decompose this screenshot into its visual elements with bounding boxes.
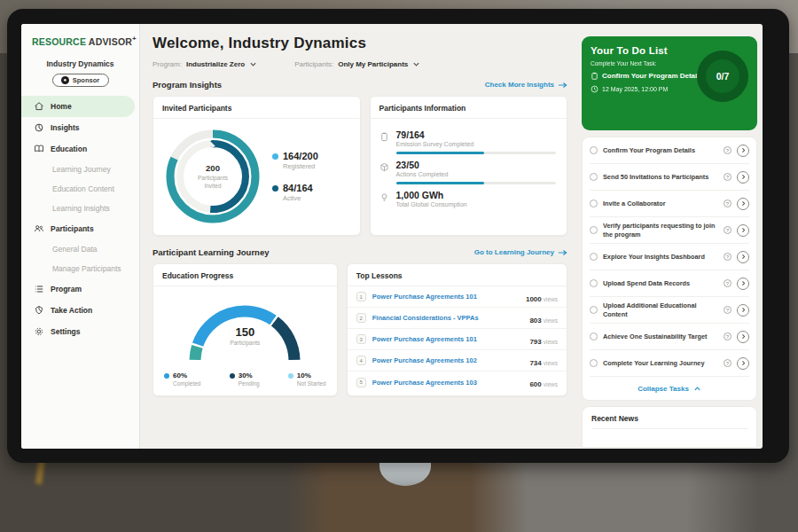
task-chevron-button[interactable] bbox=[737, 171, 749, 184]
task-chevron-button[interactable] bbox=[737, 357, 749, 370]
sidebar-item-label: General Data bbox=[52, 245, 98, 254]
go-to-learning-journey-link[interactable]: Go to Learning Journey bbox=[474, 248, 567, 256]
sidebar-item-education[interactable]: Education bbox=[21, 138, 139, 160]
pending-value: 30% bbox=[239, 372, 260, 379]
top-lessons-card: Top Lessons 1Power Purchase Agreements 1… bbox=[347, 263, 567, 396]
stat-label: Actions Completed bbox=[396, 171, 556, 177]
sidebar-item-take-action[interactable]: Take Action bbox=[21, 300, 139, 321]
check-more-insights-link[interactable]: Check More Insights bbox=[485, 81, 567, 89]
task-label: Upload Spend Data Records bbox=[603, 279, 718, 288]
task-checkbox[interactable] bbox=[590, 226, 598, 234]
task-label: Verify participants requesting to join t… bbox=[603, 222, 718, 239]
participants-dropdown[interactable]: Participants: Only My Participants bbox=[294, 60, 420, 68]
education-gauge-chart: 150 Participants bbox=[174, 292, 316, 366]
task-row-upload-spend-data-records[interactable]: Upload Spend Data Records? bbox=[590, 270, 749, 297]
stat-progress-track bbox=[396, 182, 556, 184]
lesson-row[interactable]: 4Power Purchase Agreements 102734views bbox=[348, 350, 567, 372]
info-icon[interactable]: ? bbox=[724, 200, 732, 207]
task-row-confirm-your-program-details[interactable]: Confirm Your Program Details? bbox=[590, 137, 749, 164]
info-icon[interactable]: ? bbox=[724, 306, 732, 314]
sidebar-item-learning-insights[interactable]: Learning Insights bbox=[21, 199, 139, 218]
task-checkbox[interactable] bbox=[590, 173, 598, 181]
sidebar-item-label: Settings bbox=[51, 327, 81, 336]
sidebar-item-general-data[interactable]: General Data bbox=[21, 239, 139, 259]
sidebar-item-program[interactable]: Program bbox=[21, 278, 139, 300]
lesson-title-link[interactable]: Power Purchase Agreements 103 bbox=[372, 379, 524, 387]
task-row-upload-additional-educational-[interactable]: Upload Additional Educational Content? bbox=[590, 297, 749, 324]
info-icon[interactable]: ? bbox=[724, 146, 732, 154]
lesson-title-link[interactable]: Power Purchase Agreements 101 bbox=[372, 293, 520, 301]
task-checkbox[interactable] bbox=[590, 332, 598, 340]
program-dropdown[interactable]: Program: Industrialize Zero bbox=[153, 60, 257, 68]
sidebar-item-manage-participants[interactable]: Manage Participants bbox=[21, 259, 139, 278]
lesson-title-link[interactable]: Power Purchase Agreements 101 bbox=[372, 335, 524, 343]
task-row-send-50-invitations-to-partici[interactable]: Send 50 Invitations to Participants? bbox=[590, 164, 749, 191]
task-checkbox[interactable] bbox=[590, 306, 598, 314]
task-checkbox[interactable] bbox=[590, 359, 598, 367]
app-logo[interactable]: RESOURCE ADVISOR+ bbox=[21, 31, 139, 49]
task-row-complete-your-learning-journey[interactable]: Complete Your Learning Journey? bbox=[590, 350, 749, 377]
insights-icon bbox=[34, 122, 44, 133]
sidebar-item-label: Education Content bbox=[52, 184, 114, 193]
lesson-row[interactable]: 2Financial Considerations - VPPAs803view… bbox=[348, 308, 567, 329]
stat-main: 79/164Emission Survey Completed bbox=[396, 129, 556, 154]
sidebar-item-insights[interactable]: Insights bbox=[21, 117, 139, 138]
logo-plus: + bbox=[132, 35, 137, 43]
lesson-row[interactable]: 5Power Purchase Agreements 103600views bbox=[348, 372, 567, 393]
collapse-tasks-link[interactable]: Collapse Tasks bbox=[590, 377, 749, 400]
lesson-views: 600views bbox=[529, 374, 558, 390]
info-icon[interactable]: ? bbox=[724, 279, 732, 287]
sidebar-item-settings[interactable]: Settings bbox=[21, 321, 139, 342]
collapse-tasks-label: Collapse Tasks bbox=[638, 385, 689, 393]
lesson-views-label: views bbox=[544, 317, 558, 324]
chevron-right-icon bbox=[740, 174, 747, 180]
task-checkbox[interactable] bbox=[590, 253, 598, 261]
sidebar-item-label: Manage Participants bbox=[52, 264, 121, 273]
lesson-views-count: 600 bbox=[529, 380, 541, 388]
task-row-verify-participants-requesting[interactable]: Verify participants requesting to join t… bbox=[590, 217, 749, 244]
lesson-title-link[interactable]: Power Purchase Agreements 102 bbox=[372, 356, 524, 364]
sidebar-item-home[interactable]: Home bbox=[21, 96, 135, 117]
info-icon[interactable]: ? bbox=[724, 226, 732, 234]
task-checkbox[interactable] bbox=[590, 279, 598, 287]
lesson-rank: 4 bbox=[356, 356, 366, 365]
task-chevron-button[interactable] bbox=[737, 278, 749, 290]
task-chevron-button[interactable] bbox=[737, 198, 749, 210]
sidebar-item-education-content[interactable]: Education Content bbox=[21, 179, 139, 199]
stat-progress-fill bbox=[396, 182, 484, 184]
task-row-invite-a-collaborator[interactable]: Invite a Collaborator? bbox=[590, 191, 749, 217]
sidebar-item-learning-journey[interactable]: Learning Journey bbox=[21, 160, 139, 179]
chevron-right-icon bbox=[740, 227, 747, 233]
task-chevron-button[interactable] bbox=[737, 304, 749, 317]
task-checkbox[interactable] bbox=[590, 200, 598, 207]
logo-secondary: ADVISOR bbox=[89, 36, 132, 47]
task-chevron-button[interactable] bbox=[737, 331, 749, 343]
task-row-achieve-one-sustainability-tar[interactable]: Achieve One Sustainability Target? bbox=[590, 324, 749, 350]
info-icon[interactable]: ? bbox=[724, 359, 732, 367]
task-chevron-button[interactable] bbox=[737, 251, 749, 263]
org-name: Industry Dynamics bbox=[21, 59, 139, 68]
info-icon[interactable]: ? bbox=[724, 332, 732, 340]
stat-progress-track bbox=[396, 152, 556, 154]
lesson-rank: 1 bbox=[356, 292, 366, 301]
task-row-explore-your-insights-dashboar[interactable]: Explore Your Insights Dashboard? bbox=[590, 244, 749, 270]
lesson-rank: 3 bbox=[356, 334, 366, 344]
todo-tasks-card: Confirm Your Program Details?Send 50 Inv… bbox=[582, 137, 757, 401]
task-checkbox[interactable] bbox=[590, 146, 598, 154]
arrow-right-icon bbox=[558, 82, 567, 89]
sponsor-label: Sponsor bbox=[73, 76, 99, 84]
lesson-row[interactable]: 3Power Purchase Agreements 101793views bbox=[348, 329, 567, 350]
lesson-title-link[interactable]: Financial Considerations - VPPAs bbox=[372, 314, 524, 322]
registered-dot bbox=[272, 153, 278, 160]
lesson-views-label: views bbox=[544, 339, 558, 345]
sidebar-item-participants[interactable]: Participants bbox=[21, 218, 139, 239]
stat-box: 23/50Actions Completed bbox=[379, 160, 556, 184]
info-icon[interactable]: ? bbox=[724, 253, 732, 261]
participants-value: Only My Participants bbox=[338, 60, 408, 68]
task-chevron-button[interactable] bbox=[737, 224, 749, 237]
sponsor-badge[interactable]: ● Sponsor bbox=[52, 74, 109, 87]
info-icon[interactable]: ? bbox=[724, 173, 732, 181]
lesson-row[interactable]: 1Power Purchase Agreements 1011000views bbox=[348, 286, 567, 308]
legend-active: 84/164 Active bbox=[272, 183, 318, 202]
task-chevron-button[interactable] bbox=[737, 145, 749, 157]
